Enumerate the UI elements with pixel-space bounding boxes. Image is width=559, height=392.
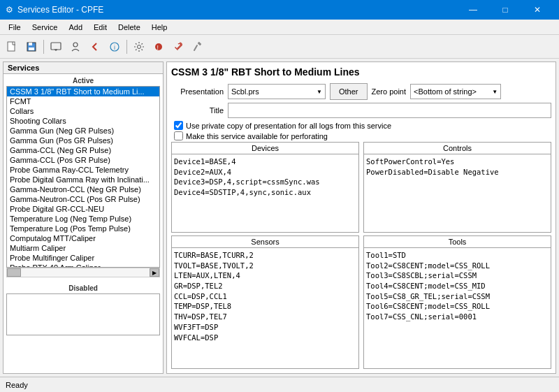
toolbar-wrench-button[interactable] xyxy=(169,38,187,56)
toolbar-screen-button[interactable] xyxy=(47,38,65,56)
active-services-list[interactable]: CSSM 3 1/8" RBT Short to Medium Li... FC… xyxy=(6,86,160,268)
svg-point-10 xyxy=(138,45,141,48)
checkbox1-label: Use private copy of presentation for all… xyxy=(186,122,391,130)
app-icon: ⚙ xyxy=(6,5,13,15)
toolbar-sep-2 xyxy=(126,40,127,54)
presentation-row: Presentation Scbl.prs ▼ Other Zero point… xyxy=(171,83,551,100)
right-panel: CSSM 3 1/8" RBT Short to Medium Lines Pr… xyxy=(166,61,556,374)
svg-text:i: i xyxy=(114,44,115,51)
active-services-group: Active CSSM 3 1/8" RBT Short to Medium L… xyxy=(3,74,163,279)
title-bar: ⚙ Services Editor - CPFE — □ ✕ xyxy=(0,0,559,20)
toolbar-gear-button[interactable] xyxy=(130,38,148,56)
checkbox2-label: Make this service available for perforat… xyxy=(186,132,328,140)
list-item[interactable]: Gamma-Neutron-CCL (Pos GR Pulse) xyxy=(7,194,159,204)
zero-point-combo[interactable]: <Bottom of string> ▼ xyxy=(410,84,501,99)
close-button[interactable]: ✕ xyxy=(521,0,553,20)
toolbar-sep-1 xyxy=(43,40,44,54)
menu-delete[interactable]: Delete xyxy=(112,22,146,33)
svg-rect-13 xyxy=(198,41,202,45)
list-item[interactable]: Probe Digital GR-CCL-NEU xyxy=(7,204,159,214)
controls-content[interactable]: SoftPowerControl=Yes PowerDisabled=Disab… xyxy=(364,154,551,232)
list-item[interactable]: Probe Multifinger Caliper xyxy=(7,253,159,263)
svg-rect-0 xyxy=(8,42,15,51)
list-item[interactable]: Gamma Gun (Pos GR Pulses) xyxy=(7,136,159,145)
list-item[interactable]: Probe Gamma Ray-CCL Telemetry xyxy=(7,165,159,175)
zero-point-label: Zero point xyxy=(372,87,407,96)
services-panel: Services Active CSSM 3 1/8" RBT Short to… xyxy=(3,61,164,374)
top-boxes: Devices Device1=BASE,4 Device2=AUX,4 Dev… xyxy=(171,142,551,233)
controls-header: Controls xyxy=(364,143,551,154)
list-item[interactable]: Computalog MTT/Caliper xyxy=(7,233,159,243)
toolbar-info-button[interactable]: i xyxy=(106,38,124,56)
horizontal-scrollbar[interactable]: ▶ xyxy=(6,268,160,277)
presentation-label: Presentation xyxy=(171,87,224,96)
list-item[interactable]: Gamma Gun (Neg GR Pulses) xyxy=(7,126,159,136)
disabled-services-list[interactable] xyxy=(6,293,160,335)
bottom-boxes: Sensors TCURR=BASE,TCURR,2 TVOLT=BASE,TV… xyxy=(171,235,551,369)
data-boxes-area: Devices Device1=BASE,4 Device2=AUX,4 Dev… xyxy=(171,142,551,369)
toolbar-new-button[interactable] xyxy=(3,38,21,56)
controls-box: Controls SoftPowerControl=Yes PowerDisab… xyxy=(363,142,551,233)
svg-rect-4 xyxy=(51,43,61,50)
menu-edit[interactable]: Edit xyxy=(88,22,112,33)
status-text: Ready xyxy=(6,381,28,389)
list-item[interactable]: Temperature Log (Neg Temp Pulse) xyxy=(7,214,159,224)
zero-point-value: <Bottom of string> xyxy=(414,87,477,96)
toolbar-hammer-button[interactable] xyxy=(189,38,207,56)
toolbar-connect-button[interactable] xyxy=(66,38,85,56)
checkbox2-row: Make this service available for perforat… xyxy=(171,131,551,140)
sensors-header: Sensors xyxy=(172,236,358,248)
zero-point-arrow-icon: ▼ xyxy=(492,89,498,95)
list-item[interactable]: Probe PTX 40 Arm Caliper xyxy=(7,263,159,268)
toolbar-back-button[interactable] xyxy=(86,38,104,56)
list-item[interactable]: Gamma-CCL (Pos GR Pulse) xyxy=(7,155,159,165)
sensors-box: Sensors TCURR=BASE,TCURR,2 TVOLT=BASE,TV… xyxy=(171,235,359,369)
menu-help[interactable]: Help xyxy=(146,22,173,33)
svg-rect-2 xyxy=(29,43,32,45)
title-label: Title xyxy=(171,106,224,115)
title-bar-title: ⚙ Services Editor - CPFE xyxy=(6,5,103,15)
devices-content[interactable]: Device1=BASE,4 Device2=AUX,4 Device3=DSP… xyxy=(172,154,358,232)
toolbar-red-button[interactable]: ! xyxy=(150,38,168,56)
menu-add[interactable]: Add xyxy=(63,22,88,33)
active-label: Active xyxy=(6,75,160,86)
disabled-services-group: Disabled xyxy=(3,282,163,337)
private-copy-checkbox[interactable] xyxy=(174,121,183,130)
menu-service[interactable]: Service xyxy=(27,22,64,33)
service-title: CSSM 3 1/8" RBT Short to Medium Lines xyxy=(171,66,551,78)
combo-arrow-icon: ▼ xyxy=(317,89,322,95)
sensors-content[interactable]: TCURR=BASE,TCURR,2 TVOLT=BASE,TVOLT,2 LT… xyxy=(172,248,358,368)
list-item[interactable]: Gamma-CCL (Neg GR Pulse) xyxy=(7,145,159,155)
title-row: Title xyxy=(171,103,551,118)
presentation-value: Scbl.prs xyxy=(231,87,259,96)
disabled-label: Disabled xyxy=(6,283,160,293)
list-item[interactable]: Probe Digital Gamma Ray with Inclinati..… xyxy=(7,175,159,184)
main-area: Services Active CSSM 3 1/8" RBT Short to… xyxy=(0,59,559,377)
list-item[interactable]: Multiarm Caliper xyxy=(7,243,159,253)
list-item[interactable]: FCMT xyxy=(7,96,159,106)
minimize-button[interactable]: — xyxy=(457,0,489,20)
menu-file[interactable]: File xyxy=(3,22,27,33)
list-item[interactable]: Gamma-Neutron-CCL (Neg GR Pulse) xyxy=(7,184,159,194)
services-panel-title: Services xyxy=(3,62,163,74)
perforating-checkbox[interactable] xyxy=(174,131,183,140)
menu-bar: File Service Add Edit Delete Help xyxy=(0,20,559,35)
svg-text:!: ! xyxy=(157,44,159,51)
toolbar: i ! xyxy=(0,35,559,59)
other-button[interactable]: Other xyxy=(330,83,368,100)
devices-box: Devices Device1=BASE,4 Device2=AUX,4 Dev… xyxy=(171,142,359,233)
list-item[interactable]: CSSM 3 1/8" RBT Short to Medium Li... xyxy=(7,87,159,96)
tools-content[interactable]: Tool1=STD Tool2=CS8CENT;model=CSS_ROLL T… xyxy=(364,248,551,368)
presentation-combo[interactable]: Scbl.prs ▼ xyxy=(228,84,326,99)
checkbox1-row: Use private copy of presentation for all… xyxy=(171,121,551,130)
list-item[interactable]: Shooting Collars xyxy=(7,116,159,126)
svg-rect-3 xyxy=(29,48,34,50)
maximize-button[interactable]: □ xyxy=(489,0,521,20)
devices-header: Devices xyxy=(172,143,358,154)
tools-header: Tools xyxy=(364,236,551,248)
list-item[interactable]: Temperature Log (Pos Temp Pulse) xyxy=(7,224,159,233)
list-item[interactable]: Collars xyxy=(7,106,159,116)
toolbar-save-button[interactable] xyxy=(22,38,41,56)
svg-line-14 xyxy=(194,45,197,50)
title-input[interactable] xyxy=(228,103,551,118)
